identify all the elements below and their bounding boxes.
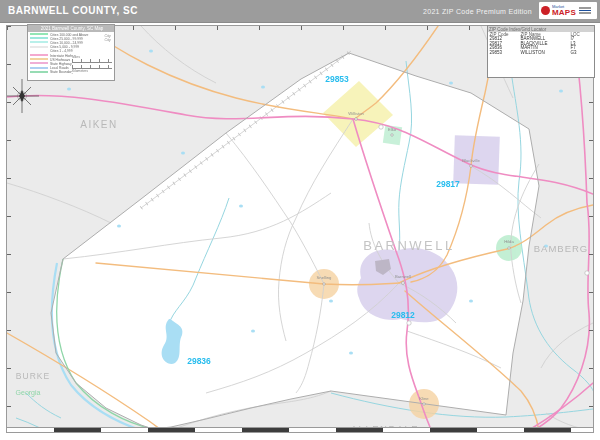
town-label-elko: Elko (388, 127, 397, 132)
zip-label-29853: 29853 (325, 74, 349, 84)
town-label-blackville: Blackville (462, 158, 480, 163)
logo-brand: MAPS (552, 9, 576, 17)
zip-label-29812: 29812 (391, 310, 415, 320)
town-label-snelling: Snelling (317, 275, 333, 280)
logo-text-lines (579, 7, 591, 14)
market-maps-logo: Market MAPS (539, 2, 597, 19)
legend-box: 2021 Barnwell County, SC Map Cities 100,… (27, 24, 115, 81)
neatline-scale-bar (7, 427, 593, 432)
town-label-kline: Kline (419, 396, 429, 401)
neighbor-label-aiken: AIKEN (80, 119, 118, 130)
zip-label-29817: 29817 (436, 179, 460, 189)
neighbor-label-bamberg: BAMBERG (534, 243, 589, 254)
miles-ruler (72, 59, 112, 63)
county-map-svg: Williston Elko Blackville Barnwell Snell… (7, 26, 593, 432)
logo-globe-icon (541, 6, 550, 15)
edition-label: 2021 ZIP Code Premium Edition (423, 8, 532, 15)
zip-index-table: ZIP Code Index/Grid Locator ZIP Code ZIP… (487, 25, 595, 78)
town-label-hilda: Hilda (504, 239, 514, 244)
logo-brand-top: Market (552, 5, 564, 7)
map-page: BARNWELL COUNTY, SC 2021 ZIP Code Premiu… (0, 0, 600, 440)
header-bar: BARNWELL COUNTY, SC 2021 ZIP Code Premiu… (0, 0, 600, 23)
zip-table-row: 29853 WILLISTON G3 (488, 50, 594, 55)
scale-bars: Miles Kilometers (72, 55, 112, 73)
town-label-barnwell: Barnwell (395, 274, 411, 279)
grid-ticks-right (589, 26, 593, 432)
zip-label-29836: 29836 (187, 356, 211, 366)
scale-km-label: Kilometers (72, 69, 89, 71)
county-name-label: BARNWELL (363, 238, 455, 253)
map-canvas: Williston Elko Blackville Barnwell Snell… (6, 25, 594, 433)
legend-title: 2021 Barnwell County, SC Map (28, 25, 114, 32)
legend-city-samples: City City (97, 34, 111, 42)
town-label-williston: Williston (348, 111, 364, 116)
scale-miles-label: Miles (72, 55, 89, 57)
legend-title-bar: 2021 Barnwell County, SC Map (28, 25, 114, 32)
neighbor-label-burke: BURKE (16, 371, 50, 381)
grid-ticks-left (7, 26, 11, 432)
state-label-georgia: Georgia (16, 389, 41, 397)
page-title: BARNWELL COUNTY, SC (8, 5, 138, 16)
